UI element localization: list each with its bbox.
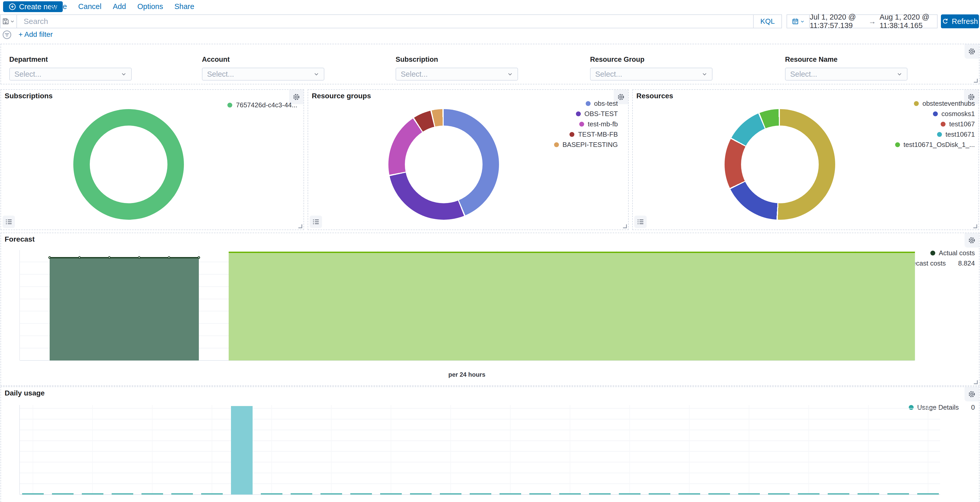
legend-item[interactable]: obstesteventhubs: [914, 100, 975, 108]
legend-item[interactable]: obs-test: [586, 100, 618, 108]
bar[interactable]: [380, 493, 402, 494]
search-input[interactable]: [17, 15, 753, 28]
legend-swatch-icon: [579, 122, 584, 127]
daily-usage-plot-area[interactable]: [19, 405, 940, 494]
legend-item[interactable]: test10671: [937, 131, 975, 139]
bar[interactable]: [291, 493, 312, 494]
menu-add[interactable]: Add: [113, 2, 126, 11]
bar[interactable]: [858, 493, 879, 494]
bar[interactable]: [410, 493, 432, 494]
bar[interactable]: [440, 493, 461, 494]
bar[interactable]: [738, 493, 760, 494]
legend-item[interactable]: cosmosks1: [933, 110, 975, 118]
filter-options-button[interactable]: [2, 30, 12, 41]
legend-item[interactable]: test-mb-fb: [579, 120, 618, 128]
legend-item[interactable]: Actual costs: [931, 249, 975, 257]
select-placeholder: Select...: [207, 70, 234, 78]
forecast-plot-area[interactable]: [19, 250, 915, 360]
legend-toggle-button[interactable]: [310, 216, 322, 228]
bar[interactable]: [888, 493, 909, 494]
bar[interactable]: [201, 493, 223, 494]
bar[interactable]: [231, 406, 253, 494]
bar[interactable]: [828, 493, 850, 494]
menu-save[interactable]: Save: [50, 2, 67, 11]
legend-item[interactable]: test1067: [941, 120, 975, 128]
legend-item[interactable]: BASEPI-TESTING: [554, 141, 618, 149]
legend-label: 7657426d-c4c3-44...: [236, 101, 298, 109]
legend-item[interactable]: TEST-MB-FB: [570, 131, 618, 139]
gridline: [20, 483, 940, 484]
bar[interactable]: [917, 493, 939, 494]
bar[interactable]: [619, 493, 641, 494]
gridline: [570, 405, 570, 494]
gear-icon: [617, 93, 625, 101]
gridline: [20, 430, 940, 430]
bar[interactable]: [589, 493, 611, 494]
bar[interactable]: [649, 493, 670, 494]
bar[interactable]: [52, 493, 73, 494]
bar[interactable]: [320, 493, 342, 494]
bar[interactable]: [798, 493, 819, 494]
add-filter-link[interactable]: + Add filter: [19, 30, 53, 38]
refresh-button[interactable]: Refresh: [941, 14, 979, 28]
chevron-down-icon: [313, 71, 319, 77]
panel-resize-handle[interactable]: [298, 225, 302, 228]
resource-group-select[interactable]: Select...: [590, 68, 713, 81]
legend-item[interactable]: test10671_OsDisk_1_...: [895, 141, 975, 149]
bar[interactable]: [559, 493, 581, 494]
legend-toggle-button[interactable]: [634, 216, 647, 228]
department-select[interactable]: Select...: [9, 68, 132, 81]
bar[interactable]: [529, 493, 551, 494]
panel-resize-handle[interactable]: [623, 225, 627, 228]
date-to[interactable]: Aug 1, 2020 @ 11:38:14.165: [880, 13, 937, 30]
panel-title: Resources: [636, 92, 673, 100]
bar[interactable]: [171, 493, 193, 494]
bar[interactable]: [500, 493, 521, 494]
panel-options-button[interactable]: [964, 44, 979, 59]
data-point: [108, 256, 111, 259]
bar[interactable]: [679, 493, 700, 494]
date-quick-select-button[interactable]: [787, 15, 810, 28]
resource-name-select[interactable]: Select...: [785, 68, 907, 81]
bar[interactable]: [470, 493, 491, 494]
subscriptions-panel: Subscriptions 7657426d-c4c3-44...: [0, 89, 304, 230]
legend-toggle-button[interactable]: [3, 216, 15, 228]
panel-resize-handle[interactable]: [973, 225, 977, 228]
subscriptions-legend: 7657426d-c4c3-44...: [228, 101, 298, 109]
account-select[interactable]: Select...: [202, 68, 325, 81]
query-language-button[interactable]: KQL: [753, 15, 781, 28]
menu-cancel[interactable]: Cancel: [78, 2, 101, 11]
legend-item[interactable]: OBS-TEST: [576, 110, 618, 118]
bar[interactable]: [22, 493, 44, 494]
panel-resize-handle[interactable]: [974, 380, 978, 384]
panel-resize-handle[interactable]: [974, 79, 978, 83]
bar[interactable]: [111, 493, 133, 494]
date-from[interactable]: Jul 1, 2020 @ 11:37:57.139: [810, 13, 865, 30]
panel-title: Forecast: [5, 235, 35, 244]
resource-groups-donut-chart[interactable]: [388, 109, 499, 220]
subscription-select[interactable]: Select...: [396, 68, 518, 81]
panel-options-button[interactable]: [964, 233, 979, 247]
menu-options[interactable]: Options: [137, 2, 163, 11]
bar[interactable]: [142, 493, 163, 494]
bar[interactable]: [350, 493, 372, 494]
list-icon: [5, 218, 13, 226]
bar[interactable]: [82, 493, 103, 494]
saved-query-menu-button[interactable]: [0, 14, 17, 28]
bar[interactable]: [768, 493, 790, 494]
legend-swatch-icon: [586, 101, 590, 106]
resource-groups-legend: obs-testOBS-TESTtest-mb-fbTEST-MB-FBBASE…: [554, 100, 618, 149]
legend-label: OBS-TEST: [584, 110, 618, 118]
gear-icon: [968, 390, 976, 398]
control-account: Account Select...: [202, 56, 325, 81]
legend-item[interactable]: 7657426d-c4c3-44...: [228, 101, 298, 109]
panel-options-button[interactable]: [964, 387, 979, 402]
refresh-icon: [942, 18, 949, 25]
resources-donut-chart[interactable]: [725, 109, 835, 220]
subscriptions-donut-chart[interactable]: [73, 109, 184, 220]
menu-share[interactable]: Share: [174, 2, 194, 11]
date-range-display[interactable]: Jul 1, 2020 @ 11:37:57.139 → Aug 1, 2020…: [810, 15, 937, 28]
bar[interactable]: [261, 493, 282, 494]
bar[interactable]: [708, 493, 730, 494]
chevron-down-icon: [507, 71, 513, 77]
